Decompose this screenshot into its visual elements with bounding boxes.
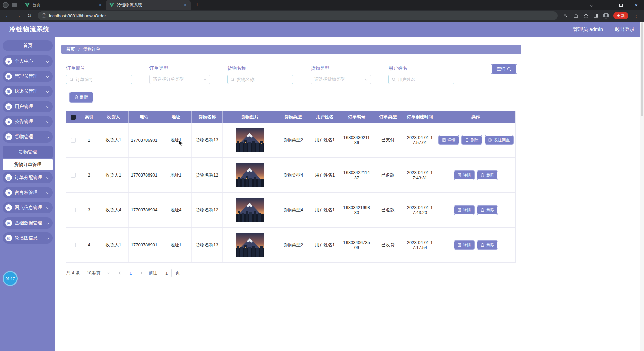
tab-close-icon[interactable]: ×	[98, 2, 102, 8]
box-icon: ▣	[5, 88, 12, 95]
status-badge: 已收货	[372, 228, 404, 263]
goods-photo	[236, 233, 264, 257]
pinned-tab-icon[interactable]	[12, 3, 17, 7]
next-page-button[interactable]	[137, 269, 145, 277]
order-type-select[interactable]: 请选择订单类型	[149, 75, 210, 84]
tab-search-icon[interactable]	[590, 3, 594, 7]
sidebar-item-branch-info[interactable]: ✉ 网点信息管理	[3, 202, 53, 213]
search-icon	[230, 77, 235, 82]
delete-button[interactable]: 删除	[477, 206, 498, 214]
delete-button[interactable]: 删除	[477, 241, 498, 249]
delete-button[interactable]: 删除	[462, 135, 482, 144]
back-icon[interactable]: ←	[3, 11, 12, 20]
sidebar-item-order-assignment[interactable]: ▥ 订单分配管理	[3, 172, 53, 183]
page-scrollbar[interactable]	[640, 22, 644, 351]
sidebar-item-courier-management[interactable]: ▣ 快递员管理	[3, 86, 53, 97]
document-icon	[457, 243, 461, 247]
scrollbar-thumb[interactable]	[641, 22, 643, 116]
share-icon[interactable]	[572, 12, 580, 20]
vue-favicon	[25, 3, 30, 7]
user-name-input[interactable]	[398, 77, 451, 82]
detail-button[interactable]: 详情	[454, 171, 474, 180]
goto-page-input[interactable]	[162, 269, 172, 277]
sidebar-item-base-data[interactable]: ▣ 基础数据管理	[3, 217, 53, 229]
detail-button[interactable]: 详情	[439, 135, 459, 144]
sidebar-item-announcement-management[interactable]: ◆ 公告管理	[3, 116, 53, 127]
sidebar-item-user-management[interactable]: ▦ 用户管理	[3, 101, 53, 112]
forward-icon[interactable]: →	[14, 11, 23, 20]
bookmark-star-icon[interactable]	[582, 12, 590, 20]
side-panel-icon[interactable]	[592, 12, 600, 20]
goods-icon: ▤	[5, 133, 12, 140]
send-to-branch-button[interactable]: 发往网点	[485, 135, 513, 144]
browser-tab-home[interactable]: 首页 ×	[21, 0, 106, 10]
window-minimize-button[interactable]	[598, 0, 613, 10]
row-checkbox[interactable]	[71, 208, 76, 212]
chevron-down-icon	[46, 120, 49, 123]
goods-type-label: 货物类型	[311, 65, 371, 71]
sidebar-item-personal-center[interactable]: ☻ 个人中心	[3, 55, 53, 67]
detail-button[interactable]: 详情	[454, 241, 474, 249]
sidebar-item-carousel-info[interactable]: ▧ 轮播图信息	[3, 232, 53, 244]
browser-logo-icon[interactable]	[3, 2, 9, 8]
tab-close-icon[interactable]: ×	[183, 2, 187, 8]
col-phone: 电话	[129, 111, 160, 123]
sidebar-item-home[interactable]: 首页	[3, 40, 53, 51]
sidebar-item-message-board[interactable]: ☻ 留言板管理	[3, 187, 53, 198]
document-icon	[442, 138, 446, 142]
goods-photo	[236, 128, 264, 152]
goods-name-input[interactable]	[237, 77, 290, 82]
sidebar-subitem-goods-management[interactable]: 货物管理	[3, 146, 53, 158]
table-row: 1 收货人1 17703786901 地址1 货物名称13 货物类型2 用户姓名…	[66, 123, 516, 158]
bulk-delete-button[interactable]: 删除	[70, 92, 93, 102]
goods-name-label: 货物名称	[227, 65, 293, 71]
chevron-down-icon	[46, 105, 49, 108]
grid-icon: ▥	[5, 174, 12, 181]
col-goods-type: 货物类型	[277, 111, 309, 123]
chevron-down-icon	[204, 77, 206, 80]
password-key-icon[interactable]	[562, 12, 570, 20]
page-size-select[interactable]: 10条/页	[84, 269, 112, 277]
search-button[interactable]: 查询	[491, 64, 517, 74]
goto-label: 前往	[149, 270, 157, 276]
chrome-update-button[interactable]: 更新	[613, 12, 628, 20]
profile-avatar-icon[interactable]	[602, 12, 610, 20]
goods-type-select[interactable]: 请选择货物类型	[311, 75, 371, 84]
select-all-checkbox[interactable]	[71, 115, 76, 120]
url-field[interactable]: i localhost:8081/#/huowuOrder	[38, 11, 558, 20]
row-checkbox[interactable]	[71, 243, 76, 247]
chevron-down-icon	[46, 191, 49, 194]
breadcrumb: 首页 / 货物订单	[61, 45, 521, 54]
sidebar-item-goods-management[interactable]: ▤ 货物管理	[3, 131, 53, 143]
col-order-no: 订单编号	[341, 111, 372, 123]
window-maximize-button[interactable]	[613, 0, 629, 10]
col-address: 地址	[160, 111, 192, 123]
screen: 首页 × 冷链物流系统 × + ✕ ← → ↻ i localhost:8081…	[0, 0, 644, 351]
chevron-down-icon	[46, 237, 49, 239]
logout-link[interactable]: 退出登录	[614, 26, 635, 33]
pagination: 共 4 条 10条/页 1 前往 页	[66, 269, 521, 277]
sidebar-subitem-goods-order-management[interactable]: 货物订单管理	[3, 159, 53, 170]
status-badge: 已退款	[372, 158, 404, 193]
breadcrumb-home[interactable]: 首页	[66, 46, 75, 52]
prev-page-button[interactable]	[117, 269, 124, 277]
site-info-icon[interactable]: i	[42, 13, 46, 18]
current-page-number[interactable]: 1	[128, 271, 133, 276]
reload-icon[interactable]: ↻	[25, 11, 34, 20]
row-checkbox[interactable]	[71, 138, 76, 143]
order-no-input[interactable]	[76, 77, 129, 82]
new-tab-button[interactable]: +	[191, 2, 204, 9]
goods-photo	[236, 198, 264, 222]
browser-menu-icon[interactable]: ⋮	[632, 13, 641, 19]
row-checkbox[interactable]	[71, 173, 76, 178]
sidebar-item-admin-management[interactable]: ▦ 管理员管理	[3, 71, 53, 82]
sidebar: 首页 ☻ 个人中心 ▦ 管理员管理 ▣ 快递员管理 ▦ 用户管理	[0, 37, 55, 351]
trash-icon	[74, 95, 78, 99]
chevron-down-icon	[107, 271, 110, 274]
browser-tab-active[interactable]: 冷链物流系统 ×	[106, 0, 191, 10]
trash-icon	[480, 208, 485, 212]
window-close-button[interactable]: ✕	[629, 0, 644, 10]
delete-button[interactable]: 删除	[477, 171, 498, 180]
detail-button[interactable]: 详情	[454, 206, 474, 214]
chevron-down-icon	[46, 176, 49, 179]
